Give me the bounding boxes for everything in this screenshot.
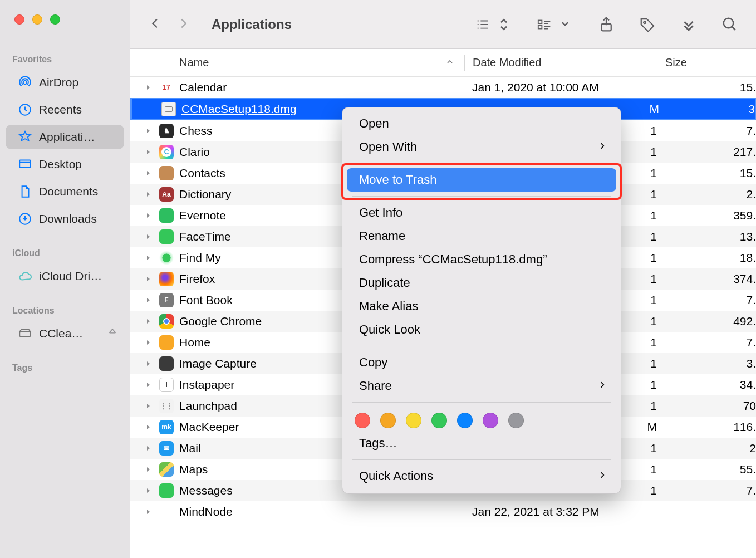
disk-icon	[18, 326, 32, 341]
ctx-make-alias[interactable]: Make Alias	[347, 295, 616, 318]
sidebar-item-label: CClea…	[39, 327, 101, 340]
column-size[interactable]: Size	[657, 56, 756, 69]
maximize-window-button[interactable]	[50, 14, 60, 25]
more-button[interactable]	[680, 16, 697, 33]
tag-color-dot[interactable]	[431, 413, 447, 428]
disclosure-triangle-icon[interactable]	[130, 381, 157, 388]
sidebar-item-label: Downloads	[39, 212, 117, 226]
window-title: Applications	[212, 17, 292, 32]
eject-icon[interactable]	[107, 327, 117, 340]
disclosure-triangle-icon[interactable]	[130, 149, 157, 155]
column-date[interactable]: Date Modified	[465, 56, 657, 69]
column-size-label: Size	[665, 56, 687, 68]
ctx-open-with[interactable]: Open With	[347, 135, 616, 159]
ctx-compress[interactable]: Compress “CCMacSetup118.dmg”	[347, 248, 616, 271]
disclosure-triangle-icon[interactable]	[130, 318, 157, 325]
disclosure-triangle-icon[interactable]	[130, 128, 157, 134]
ctx-label: Duplicate	[359, 276, 410, 290]
file-size: 217.	[657, 145, 756, 159]
tag-color-dot[interactable]	[457, 413, 473, 428]
ctx-get-info[interactable]: Get Info	[347, 201, 616, 224]
applications-icon	[18, 130, 32, 144]
file-size: 70	[657, 399, 756, 413]
ctx-share[interactable]: Share	[347, 374, 616, 398]
column-name[interactable]: Name	[130, 56, 464, 69]
sidebar-item-recents[interactable]: Recents	[6, 97, 124, 122]
disclosure-triangle-icon[interactable]	[130, 424, 157, 430]
disclosure-triangle-icon[interactable]	[130, 170, 157, 177]
file-size: 15.	[657, 81, 756, 94]
file-icon	[157, 208, 176, 223]
tag-color-dot[interactable]	[355, 413, 370, 428]
file-icon: F	[157, 293, 176, 307]
file-size: 34.	[657, 378, 756, 391]
minimize-window-button[interactable]	[32, 14, 42, 25]
disclosure-triangle-icon[interactable]	[130, 445, 157, 452]
disclosure-triangle-icon[interactable]	[130, 84, 157, 91]
ctx-duplicate[interactable]: Duplicate	[347, 271, 616, 295]
sidebar-item-label: Recents	[39, 103, 117, 116]
ctx-label: Open	[359, 116, 389, 131]
ctx-move-to-trash[interactable]: Move to Trash	[347, 168, 616, 192]
sidebar-item-documents[interactable]: Documents	[6, 179, 124, 204]
sidebar-item-airdrop[interactable]: AirDrop	[6, 70, 124, 95]
chevron-right-icon	[598, 469, 606, 483]
disclosure-triangle-icon[interactable]	[130, 276, 157, 282]
file-icon	[157, 251, 176, 265]
desktop-icon	[18, 157, 32, 172]
tag-color-dot[interactable]	[483, 413, 498, 428]
disclosure-triangle-icon[interactable]	[130, 297, 157, 304]
file-icon	[157, 356, 176, 371]
downloads-icon	[18, 212, 32, 226]
tag-color-dot[interactable]	[406, 413, 421, 428]
search-button[interactable]	[721, 16, 738, 33]
tag-color-dot[interactable]	[380, 413, 396, 428]
toolbar: Applications	[130, 0, 756, 49]
ctx-quick-look[interactable]: Quick Look	[347, 318, 616, 341]
sidebar-item-applications[interactable]: Applicati…	[6, 125, 124, 149]
group-button[interactable]	[537, 16, 573, 33]
ctx-label: Copy	[359, 355, 387, 370]
disclosure-triangle-icon[interactable]	[130, 233, 157, 240]
sidebar-section-locations: Locations	[0, 306, 130, 321]
file-row[interactable]: 17CalendarJan 1, 2020 at 10:00 AM15.	[130, 77, 756, 98]
disclosure-triangle-icon[interactable]	[130, 254, 157, 261]
ctx-rename[interactable]: Rename	[347, 224, 616, 248]
svg-point-0	[23, 81, 27, 85]
sidebar-item-label: Applicati…	[39, 130, 117, 144]
disclosure-triangle-icon[interactable]	[130, 212, 157, 219]
ctx-tags[interactable]: Tags…	[347, 432, 616, 455]
file-icon	[159, 102, 178, 116]
disclosure-triangle-icon[interactable]	[130, 339, 157, 346]
file-row[interactable]: MindNodeJan 22, 2021 at 3:32 PM	[130, 501, 756, 522]
back-button[interactable]	[149, 15, 161, 34]
forward-button[interactable]	[177, 15, 189, 34]
file-icon: ⋮⋮	[157, 399, 176, 413]
ctx-quick-actions[interactable]: Quick Actions	[347, 464, 616, 488]
disclosure-triangle-icon[interactable]	[130, 508, 157, 515]
disclosure-triangle-icon[interactable]	[130, 466, 157, 473]
disclosure-triangle-icon[interactable]	[130, 403, 157, 409]
file-size: 18.	[657, 251, 756, 265]
file-icon	[157, 314, 176, 329]
traffic-lights	[0, 14, 130, 25]
sidebar-item-downloads[interactable]: Downloads	[6, 207, 124, 231]
view-list-button[interactable]	[475, 16, 512, 33]
chevron-right-icon	[598, 379, 606, 393]
disclosure-triangle-icon[interactable]	[130, 191, 157, 198]
ctx-copy[interactable]: Copy	[347, 351, 616, 374]
sidebar-item-cclea-disk[interactable]: CClea…	[6, 321, 124, 346]
sidebar-item-desktop[interactable]: Desktop	[6, 152, 124, 177]
tag-color-dot[interactable]	[508, 413, 524, 428]
file-size: 3	[659, 102, 755, 116]
share-button[interactable]	[598, 16, 615, 33]
disclosure-triangle-icon[interactable]	[130, 487, 157, 494]
file-date: Jan 22, 2021 at 3:32 PM	[464, 505, 657, 518]
ctx-tag-colors	[342, 407, 621, 432]
close-window-button[interactable]	[14, 14, 24, 25]
sidebar-item-iclouddrive[interactable]: iCloud Dri…	[6, 264, 124, 288]
file-icon	[157, 483, 176, 498]
disclosure-triangle-icon[interactable]	[130, 360, 157, 367]
ctx-open[interactable]: Open	[347, 112, 616, 135]
tags-button[interactable]	[639, 16, 656, 33]
